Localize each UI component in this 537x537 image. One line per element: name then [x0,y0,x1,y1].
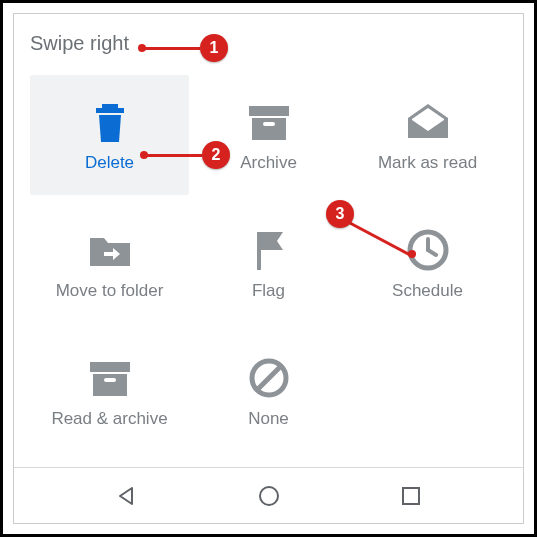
svg-rect-2 [249,106,289,116]
annotation-badge-2: 2 [202,141,230,169]
section-header: Swipe right [14,14,523,63]
svg-point-14 [260,487,278,505]
option-label: Mark as read [378,153,477,173]
svg-line-13 [257,366,281,390]
option-label: Read & archive [51,409,167,429]
option-label: Archive [240,153,297,173]
envelope-icon [404,97,452,147]
annotation-line [142,47,200,50]
svg-rect-1 [96,108,124,113]
annotation-badge-3: 3 [326,200,354,228]
annotation-line [144,154,202,157]
none-icon [247,353,291,403]
option-label: Schedule [392,281,463,301]
android-nav-bar [14,467,523,523]
archive-icon [247,97,291,147]
option-move-to-folder[interactable]: Move to folder [30,203,189,323]
option-archive[interactable]: Archive [189,75,348,195]
svg-rect-3 [252,118,286,140]
option-schedule[interactable]: Schedule [348,203,507,323]
option-label: Delete [85,153,134,173]
folder-icon [86,225,134,275]
option-read-and-archive[interactable]: Read & archive [30,331,189,451]
swipe-right-title: Swipe right [30,32,129,54]
archive-icon [88,353,132,403]
svg-line-8 [428,250,436,255]
annotation-badge-1: 1 [200,34,228,62]
option-label: None [248,409,289,429]
annotation-dot [408,250,416,258]
svg-rect-10 [93,374,127,396]
svg-rect-0 [102,104,118,108]
option-delete[interactable]: Delete [30,75,189,195]
option-none[interactable]: None [189,331,348,451]
nav-recent-button[interactable] [381,485,441,507]
svg-rect-5 [257,232,261,270]
option-flag[interactable]: Flag [189,203,348,323]
option-label: Flag [252,281,285,301]
nav-back-button[interactable] [96,484,156,508]
swipe-options-grid: Delete Archive Mark as read [14,63,523,451]
svg-rect-4 [263,122,275,126]
option-mark-as-read[interactable]: Mark as read [348,75,507,195]
flag-icon [249,225,289,275]
trash-icon [90,97,130,147]
svg-rect-15 [403,488,419,504]
svg-rect-9 [90,362,130,372]
svg-rect-11 [104,378,116,382]
nav-home-button[interactable] [239,484,299,508]
option-label: Move to folder [56,281,164,301]
